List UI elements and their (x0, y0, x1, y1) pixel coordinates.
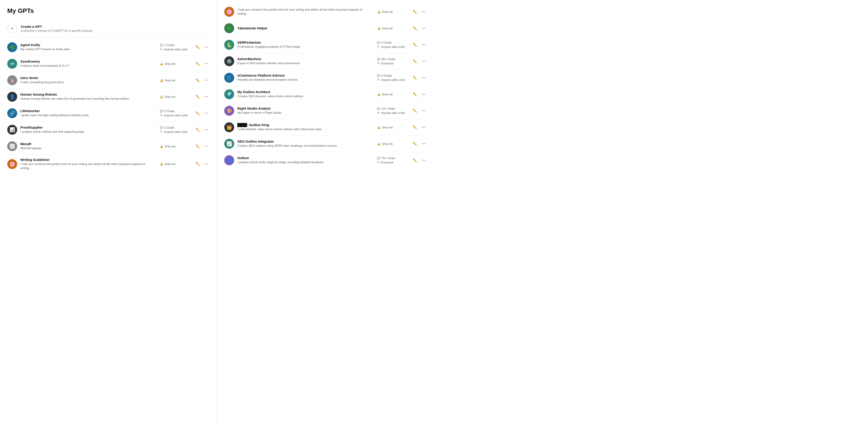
chats-count: 50+ Chats (381, 57, 395, 61)
gpt-item: 🌍 My Outline Architect Creates SEO-focus… (224, 86, 427, 103)
gpt-desc: I help you construct the perfect tone fo… (237, 8, 374, 16)
gpt-meta: 💬 70+ Chats 👁 Everyone (377, 156, 409, 164)
gpt-meta: 💬 50+ Chats 👁 Everyone (377, 57, 409, 65)
chats-count: 3 Chats (164, 126, 175, 129)
meta-access: 👁 Anyone with a link (377, 45, 405, 49)
meta-access: 👁 Everyone (377, 62, 394, 65)
edit-button[interactable]: ✏️ (412, 42, 418, 48)
gpt-item: 🛒 eCommerce Platform Advisor Friendly an… (224, 70, 427, 86)
access-label: Only me (164, 145, 176, 148)
meta-access: 🔒 Only me (377, 10, 393, 13)
edit-button[interactable]: ✏️ (195, 77, 201, 83)
more-button[interactable]: ··· (421, 124, 427, 131)
gpt-actions: ✏️ ··· (195, 110, 210, 117)
gpt-actions: ✏️ ··· (195, 127, 210, 133)
gpt-avatar: 🌍 (224, 89, 234, 99)
more-button[interactable]: ··· (421, 91, 427, 98)
gpt-meta: 🔒 Only me (160, 79, 191, 82)
gpt-avatar: ⬜ (7, 141, 17, 151)
edit-button[interactable]: ✏️ (412, 91, 418, 97)
gpt-actions: ✏️ ··· (412, 58, 427, 65)
gpt-meta: 🔒 Only me (160, 95, 191, 98)
more-button[interactable]: ··· (204, 110, 210, 117)
edit-button[interactable]: ✏️ (195, 110, 201, 116)
gpt-item: 📈 SEO Outline Integrator Creates SEO out… (224, 135, 427, 152)
more-button[interactable]: ··· (421, 108, 427, 114)
edit-button[interactable]: ✏️ (195, 127, 201, 133)
access-label: Anyone with a link (164, 48, 188, 51)
edit-button[interactable]: ✏️ (195, 161, 201, 167)
chat-icon: 💬 (377, 74, 380, 77)
meta-access: 🔒 Only me (160, 62, 176, 66)
more-button[interactable]: ··· (421, 141, 427, 147)
access-label: Anyone with a link (164, 114, 188, 117)
edit-button[interactable]: ✏️ (412, 58, 418, 64)
more-button[interactable]: ··· (204, 61, 210, 67)
meta-chats: 💬 3 Chats (160, 126, 175, 129)
gpt-desc: My custom GPT trained on Kvitly data (20, 47, 157, 51)
gpt-desc: I analyze article drafts stage by stage,… (237, 160, 374, 164)
more-button[interactable]: ··· (204, 143, 210, 150)
chats-count: 4 Chats (381, 74, 392, 77)
more-button[interactable]: ··· (421, 157, 427, 164)
more-button[interactable]: ··· (421, 58, 427, 65)
gpt-name: Writing Guideliner (20, 158, 157, 162)
gpt-name: SzonKonery (20, 59, 157, 63)
edit-button[interactable]: ✏️ (412, 124, 418, 130)
meta-chats: 💬 10+ Chats (377, 107, 395, 110)
gpt-info: I help you construct the perfect tone fo… (237, 8, 374, 16)
edit-button[interactable]: ✏️ (195, 94, 201, 100)
edit-button[interactable]: ✏️ (195, 143, 201, 149)
more-button[interactable]: ··· (204, 44, 210, 51)
gpt-name: Intro Verter (20, 76, 157, 80)
access-label: Only me (382, 142, 393, 146)
more-button[interactable]: ··· (421, 74, 427, 81)
edit-button[interactable]: ✏️ (412, 25, 418, 31)
gpt-info: LINetworker I guide users through crafti… (20, 109, 157, 117)
gpt-meta: 💬 4 Chats 👁 Anyone with a link (377, 74, 409, 82)
edit-button[interactable]: ✏️ (195, 61, 201, 67)
left-gpt-list: 🌿 Agent Kvitly My custom GPT trained on … (7, 39, 210, 174)
chat-icon: 💬 (160, 126, 163, 129)
edit-button[interactable]: ✏️ (412, 9, 418, 15)
gpt-desc: Professional, engaging analysis of IT/Te… (237, 45, 374, 49)
gpt-info: Intro Verter Crafts compelling blog post… (20, 76, 157, 84)
more-button[interactable]: ··· (421, 41, 427, 48)
create-gpt-row[interactable]: + Create a GPT Customize a version of Ch… (7, 21, 210, 37)
chat-icon: 💬 (160, 110, 163, 113)
gpt-actions: ✏️ ··· (195, 77, 210, 84)
more-button[interactable]: ··· (421, 25, 427, 32)
more-button[interactable]: ··· (204, 94, 210, 100)
meta-access: 👁 Anyone with a link (377, 78, 405, 82)
more-button[interactable]: ··· (204, 161, 210, 167)
gpt-name: SolverMachine (237, 57, 374, 61)
edit-button[interactable]: ✏️ (195, 44, 201, 51)
gpt-desc: Friendly and detailed recommendation ser… (237, 78, 374, 82)
gpt-actions: ✏️ ··· (195, 161, 210, 167)
gpt-meta: 🔒 Only me (160, 145, 191, 148)
edit-button[interactable]: ✏️ (412, 75, 418, 81)
create-subtitle: Customize a version of ChatGPT for a spe… (21, 29, 92, 32)
more-button[interactable]: ··· (204, 127, 210, 133)
gpt-item: EAT SzonKonery Analyzes texts and evalua… (7, 56, 210, 72)
access-label: Only me (382, 27, 393, 30)
gpt-avatar: 📈 (224, 139, 234, 149)
gpt-name: YakutaAuto Helper (237, 26, 374, 30)
more-button[interactable]: ··· (421, 8, 427, 15)
meta-access: 👁 Anyone with a link (160, 130, 188, 133)
chats-count: 5 Chats (164, 110, 175, 113)
gpt-item: 🌿 Agent Kvitly My custom GPT trained on … (7, 39, 210, 56)
gpt-avatar: 🐉 (224, 23, 234, 33)
gpt-info: МехаЯ Мой ИИ-аватар (20, 142, 157, 150)
edit-button[interactable]: ✏️ (412, 141, 418, 147)
more-button[interactable]: ··· (204, 77, 210, 84)
gpt-actions: ✏️ ··· (412, 41, 427, 48)
gpt-desc: Creates SEO-focused, value-driven articl… (237, 94, 374, 98)
edit-button[interactable]: ✏️ (412, 157, 418, 163)
gpt-name: eCommerce Platform Advisor (237, 73, 374, 77)
edit-button[interactable]: ✏️ (412, 108, 418, 114)
gpt-meta: 💬 9 Chats 👁 Anyone with a link (377, 41, 409, 49)
gpt-item: 🎨 Right Studio Analyst My helper in term… (224, 103, 427, 119)
chat-icon: 💬 (160, 43, 163, 47)
create-title: Create a GPT (21, 25, 92, 29)
